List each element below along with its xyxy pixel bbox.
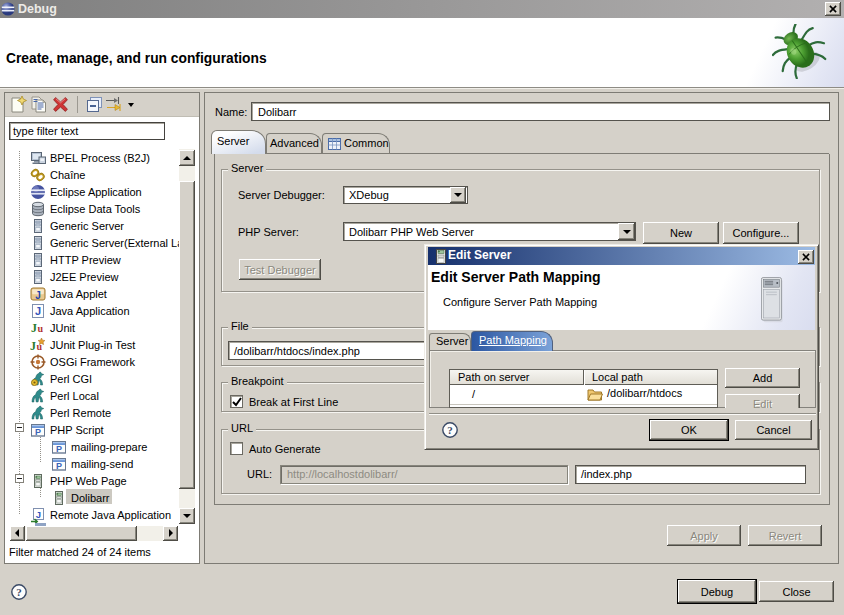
svg-text:?: ? (447, 424, 453, 436)
svg-text:?: ? (16, 586, 22, 598)
